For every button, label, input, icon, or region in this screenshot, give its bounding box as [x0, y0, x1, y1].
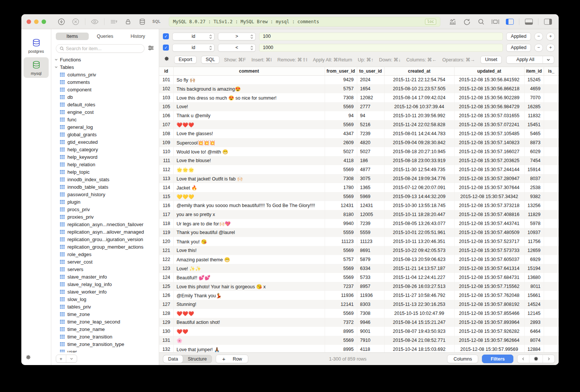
grid-cell[interactable]: 7454	[524, 156, 544, 165]
search-icon[interactable]	[476, 17, 487, 26]
grid-cell[interactable]: @Emily Thank you💃	[173, 291, 325, 300]
sidebar-table-item[interactable]: time_zone_name	[51, 325, 159, 333]
grid-cell[interactable]: 9946	[357, 318, 384, 327]
grid-cell[interactable]: 2015-12-08 15:30:56.902289	[454, 93, 524, 102]
grid-cell[interactable]: 5879	[357, 255, 384, 264]
grid-cell[interactable]: 9382	[524, 192, 544, 201]
grid-cell[interactable]: 110	[159, 147, 173, 156]
grid-cell[interactable]: 9940	[325, 219, 357, 228]
add-filter-button[interactable]: +	[546, 44, 555, 52]
grid-cell[interactable]: Love the blouse!	[173, 156, 325, 165]
grid-cell[interactable]: 12005	[357, 210, 384, 219]
grid-cell[interactable]: 11936	[357, 291, 384, 300]
grid-cell[interactable]: 103	[159, 93, 173, 102]
grid-cell[interactable]: 102	[159, 84, 173, 93]
grid-cell[interactable]: 8691	[357, 246, 384, 255]
grid-cell[interactable]: 2015-08-13 20:59:06.623	[384, 255, 454, 264]
grid-cell[interactable]: 2015-11-30 12:54:49.735	[384, 165, 454, 174]
grid-cell[interactable]	[544, 156, 559, 165]
grid-cell[interactable]: 2015-12-08 15:30:56.866218	[454, 84, 524, 93]
grid-cell[interactable]: Love that jumper! 🙏🏾	[173, 345, 325, 352]
grid-cell[interactable]: 4877	[357, 165, 384, 174]
grid-cell[interactable]: 2015-09-04 09:28:30.842	[384, 138, 454, 147]
disconnect-icon[interactable]	[70, 17, 81, 26]
grid-cell[interactable]	[544, 138, 559, 147]
grid-cell[interactable]: 15245	[524, 75, 544, 84]
grid-cell[interactable]	[544, 111, 559, 120]
pending-changes-icon[interactable]	[108, 17, 119, 26]
grid-cell[interactable]: 5569	[325, 336, 357, 345]
grid-cell[interactable]: 126	[159, 291, 173, 300]
sidebar-table-item[interactable]: func	[51, 116, 159, 123]
grid-cell[interactable]: 7372	[325, 318, 357, 327]
grid-cell[interactable]: 2015-12-08 15:30:57.408816	[454, 210, 524, 219]
grid-cell[interactable]: 111	[159, 156, 173, 165]
grid-cell[interactable]: 117	[159, 210, 173, 219]
grid-cell[interactable]: 13256	[524, 201, 544, 210]
sql-button[interactable]: SQL	[201, 56, 219, 64]
grid-cell[interactable]: 2015-12-08 15:30:57.34342	[454, 192, 524, 201]
grid-cell[interactable]: 2015-08-26 16:03:27.513	[384, 282, 454, 291]
sidebar-table-item[interactable]: slow_log	[51, 295, 159, 303]
grid-cell[interactable]: Love!	[173, 102, 325, 111]
grid-cell[interactable]: 128	[159, 309, 173, 318]
grid-cell[interactable]: 2015-12-08 15:30:57.962664	[454, 336, 524, 345]
grid-column-header[interactable]: comment	[173, 67, 325, 75]
grid-cell[interactable]: 5027	[325, 147, 357, 156]
sidebar-table-item[interactable]: gtid_executed	[51, 138, 159, 146]
grid-cell[interactable]: 🌟🌟🌟	[173, 165, 325, 174]
grid-cell[interactable]: Love! ✨✨	[173, 264, 325, 273]
grid-cell[interactable]: 2015-08-18 20:27:10.945	[384, 147, 454, 156]
tab-queries[interactable]: Queries	[89, 33, 122, 40]
grid-cell[interactable]: 8873	[524, 138, 544, 147]
grid-cell[interactable]: 2015-11-21 14:13:57.187	[384, 264, 454, 273]
sidebar-table-item[interactable]: proxies_priv	[51, 213, 159, 221]
grid-cell[interactable]: 5733	[357, 273, 384, 282]
grid-cell[interactable]: 94	[357, 111, 384, 120]
tab-history[interactable]: History	[121, 33, 154, 40]
grid-cell[interactable]: 7308	[325, 93, 357, 102]
grid-cell[interactable]: 2015-10-24 18:15:03.692	[384, 345, 454, 352]
grid-cell[interactable]	[544, 201, 559, 210]
add-item-dropdown[interactable]	[66, 355, 77, 362]
filter-enabled-checkbox[interactable]: ✓	[163, 33, 169, 39]
grid-cell[interactable]	[544, 192, 559, 201]
grid-cell[interactable]	[544, 120, 559, 129]
remove-filter-button[interactable]: −	[534, 33, 543, 40]
grid-cell[interactable]: Love the glasses!	[173, 129, 325, 138]
grid-cell[interactable]: 5569	[325, 264, 357, 273]
grid-cell[interactable]: 2015-12-08 15:30:57.893964	[454, 318, 524, 327]
grid-cell[interactable]: 2015-12-08 15:30:57.641314	[454, 264, 524, 273]
grid-cell[interactable]: 2015-07-12 06:20:07.091	[384, 183, 454, 192]
apply-all-dropdown[interactable]	[543, 56, 554, 63]
columns-button[interactable]: Columns	[447, 355, 478, 363]
sidebar-table-item[interactable]: password_history	[51, 191, 159, 198]
grid-cell[interactable]	[544, 336, 559, 345]
sidebar-table-item[interactable]: replication_grou...iguration_version	[51, 235, 159, 243]
grid-cell[interactable]: 1365	[357, 183, 384, 192]
filter-applied-button[interactable]: Applied	[506, 33, 531, 40]
grid-cell[interactable]: 5465	[524, 129, 544, 138]
grid-cell[interactable]: 108	[159, 129, 173, 138]
grid-cell[interactable]: 94	[325, 111, 357, 120]
filter-applied-button[interactable]: Applied	[506, 44, 531, 52]
center-layout-icon[interactable]	[490, 17, 501, 26]
sql-editor-icon[interactable]: SQL	[151, 17, 162, 26]
filter-value-input[interactable]	[259, 44, 503, 52]
grid-cell[interactable]: 2015-08-05 13:26:43.077	[384, 219, 454, 228]
sidebar-table-item[interactable]: innodb_table_stats	[51, 183, 159, 191]
sidebar-table-item[interactable]: procs_priv	[51, 206, 159, 213]
data-view-tab[interactable]: Data	[163, 355, 183, 363]
grid-cell[interactable]: 2015-08-01 14:24:44.783	[384, 129, 454, 138]
grid-cell[interactable]: 2015-08-18 23:00:33.919	[384, 156, 454, 165]
grid-cell[interactable]: 125	[159, 282, 173, 291]
grid-cell[interactable]: Love this photo! Your hair is gorgeous 😘…	[173, 282, 325, 291]
grid-cell[interactable]: 11756	[524, 237, 544, 246]
grid-cell[interactable]: 2609	[325, 138, 357, 147]
grid-cell[interactable]: 2015-12-08 15:30:57.855466	[454, 309, 524, 318]
grid-cell[interactable]: Love this!	[173, 246, 325, 255]
grid-cell[interactable]	[544, 291, 559, 300]
grid-cell[interactable]: 2015-11-04 12:24:41.227	[384, 273, 454, 282]
grid-cell[interactable]: 2015-12-08 15:30:57.072241	[454, 120, 524, 129]
grid-column-header[interactable]: id	[159, 67, 173, 75]
